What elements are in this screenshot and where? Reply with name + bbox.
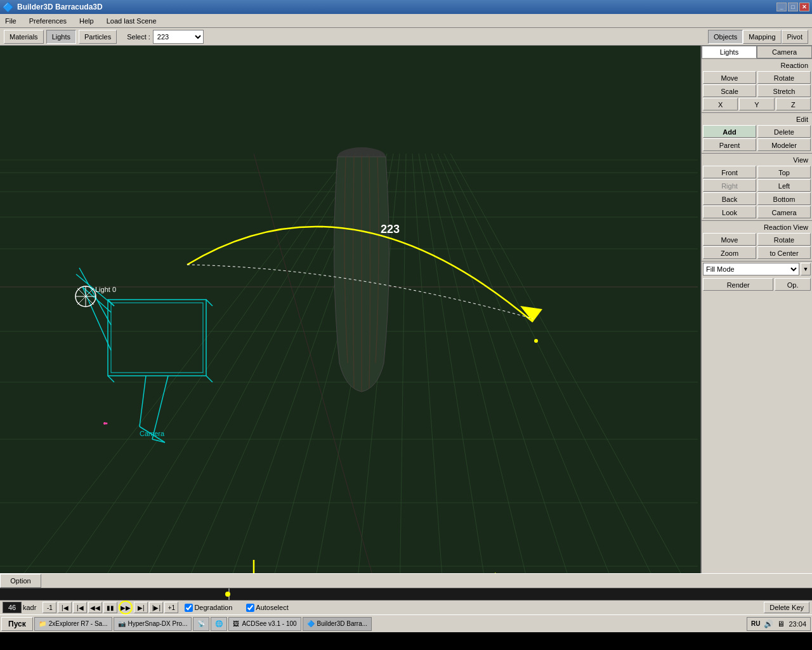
globe-icon: 🌐 — [215, 620, 223, 627]
app-title: Builder3D Barracuda3D — [17, 3, 103, 11]
camera-icon: 📷 — [118, 620, 126, 627]
look-btn[interactable]: Look — [703, 206, 756, 218]
rewind-btn[interactable]: ◀◀ — [88, 602, 102, 613]
timeline-track[interactable] — [0, 588, 812, 600]
titlebar-left: 🔷 Builder3D Barracuda3D — [3, 2, 103, 12]
menubar: File Preferences Help Load last Scene — [0, 14, 812, 28]
system-tray: RU 🔊 🖥 23:04 — [747, 617, 811, 631]
taskbar-acdsee-label: ACDSee v3.1 - 100 — [242, 620, 296, 627]
view-row-2: Right Left — [703, 179, 811, 192]
app-icon: 🔷 — [3, 2, 13, 12]
play-fwd-btn[interactable]: ▶▶ — [119, 600, 133, 614]
rv-rotate-btn[interactable]: Rotate — [757, 233, 811, 246]
reaction-scale-btn[interactable]: Scale — [703, 84, 756, 97]
titlebar-controls[interactable]: _ □ ✕ — [776, 3, 809, 11]
grid-svg: Camera Light 0 — [0, 46, 700, 608]
start-button[interactable]: Пуск — [1, 617, 33, 631]
objects-tab-top[interactable]: Objects — [708, 30, 743, 44]
clock: 23:04 — [789, 620, 806, 628]
view-row-1: Front Top — [703, 166, 811, 178]
top-btn[interactable]: Top — [757, 166, 811, 178]
degradation-check: Degradation — [185, 604, 232, 612]
next-frame-btn[interactable]: +1 — [164, 602, 178, 613]
bottom-area: Option 46 kadr -1 |◀ |◀ ◀◀ ▮▮ ▶▶ ▶| |▶| — [0, 573, 812, 632]
reaction-stretch-btn[interactable]: Stretch — [757, 84, 811, 97]
lights-button[interactable]: Lights — [46, 30, 76, 44]
builder-icon: 🔷 — [307, 620, 315, 627]
camera-subtab[interactable]: Camera — [757, 46, 812, 58]
op-btn[interactable]: Op. — [775, 278, 811, 291]
bottom-btn[interactable]: Bottom — [757, 192, 811, 205]
pivot-tab-top[interactable]: Pivot — [782, 30, 808, 44]
autoselect-check: Autoselect — [246, 604, 288, 612]
next-key-btn[interactable]: ▶| — [134, 602, 148, 613]
rss-icon: 📡 — [197, 620, 205, 627]
particles-button[interactable]: Particles — [79, 30, 117, 44]
render-btn[interactable]: Render — [703, 278, 773, 291]
reaction-move-btn[interactable]: Move — [703, 71, 756, 84]
parent-btn[interactable]: Parent — [703, 138, 756, 151]
pause-btn[interactable]: ▮▮ — [103, 602, 117, 613]
close-button[interactable]: ✕ — [799, 3, 809, 11]
degradation-checkbox[interactable] — [185, 604, 193, 612]
minimize-button[interactable]: _ — [776, 3, 787, 11]
menu-preferences[interactable]: Preferences — [27, 16, 69, 26]
back-btn[interactable]: Back — [703, 192, 756, 205]
edit-title: Edit — [703, 114, 811, 124]
reaction-z-btn[interactable]: Z — [776, 98, 811, 110]
autoselect-checkbox[interactable] — [246, 604, 254, 612]
right-btn[interactable]: Right — [703, 179, 756, 192]
reaction-row-1: Move Rotate — [703, 71, 811, 84]
rv-move-btn[interactable]: Move — [703, 233, 756, 246]
prev-key-btn[interactable]: |◀ — [73, 602, 87, 613]
svg-point-55 — [534, 339, 538, 343]
taskbar-acdsee[interactable]: 🖼 ACDSee v3.1 - 100 — [228, 617, 301, 631]
menu-file[interactable]: File — [3, 16, 19, 26]
rv-zoom-btn[interactable]: Zoom — [703, 246, 756, 259]
taskbar-builder3d-label: Builder3D Barra... — [317, 620, 367, 627]
reaction-rotate-btn[interactable]: Rotate — [757, 71, 811, 84]
reaction-section: Reaction Move Rotate Scale Stretch X Y Z — [702, 59, 812, 113]
menu-help[interactable]: Help — [77, 16, 96, 26]
taskbar-2xexplorer[interactable]: 📁 2xExplorer R7 - Sa... — [34, 617, 112, 631]
network-icon: 🖥 — [777, 620, 785, 628]
right-panel: Lights Camera Reaction Move Rotate Scale… — [701, 46, 812, 608]
image-icon: 🖼 — [233, 620, 239, 627]
viewport[interactable]: Camera Light 0 — [0, 46, 701, 608]
reaction-y-btn[interactable]: Y — [739, 98, 774, 110]
add-btn[interactable]: Add — [703, 125, 756, 138]
reaction-view-title: Reaction View — [703, 222, 811, 232]
select-dropdown[interactable]: 223 — [153, 30, 204, 44]
folder-icon: 📁 — [39, 620, 46, 627]
materials-button[interactable]: Materials — [4, 30, 44, 44]
fill-mode-dropdown-arrow[interactable]: ▼ — [801, 263, 811, 275]
modeler-btn[interactable]: Modeler — [757, 138, 811, 151]
svg-text:Camera: Camera — [140, 430, 165, 437]
rv-to-center-btn[interactable]: to Center — [757, 246, 811, 259]
maximize-button[interactable]: □ — [788, 3, 798, 11]
taskbar-hypersnap-label: HyperSnap-DX Pro... — [128, 620, 188, 627]
reaction-row-2: Scale Stretch — [703, 84, 811, 97]
delete-btn[interactable]: Delete — [757, 125, 811, 138]
timeline-controls: 46 kadr -1 |◀ |◀ ◀◀ ▮▮ ▶▶ ▶| |▶| +1 Degr… — [0, 600, 812, 614]
option-button[interactable]: Option — [0, 574, 41, 588]
front-btn[interactable]: Front — [703, 166, 756, 178]
frame-display: 46 kadr — [3, 602, 36, 613]
reaction-title: Reaction — [703, 60, 811, 70]
taskbar-globe[interactable]: 🌐 — [211, 617, 227, 631]
taskbar-builder3d[interactable]: 🔷 Builder3D Barra... — [303, 617, 372, 631]
reaction-x-btn[interactable]: X — [703, 98, 738, 110]
left-btn[interactable]: Left — [757, 179, 811, 192]
taskbar-rss[interactable]: 📡 — [193, 617, 209, 631]
prev-frame-btn[interactable]: -1 — [43, 602, 56, 613]
fill-mode-select[interactable]: Fill Mode Wireframe Solid — [703, 263, 799, 275]
camera-btn[interactable]: Camera — [757, 206, 811, 218]
mapping-tab-top[interactable]: Mapping — [743, 30, 781, 44]
menu-load-last-scene[interactable]: Load last Scene — [104, 16, 159, 26]
taskbar-hypersnap[interactable]: 📷 HyperSnap-DX Pro... — [114, 617, 192, 631]
delete-key-button[interactable]: Delete Key — [764, 602, 809, 613]
goto-end-btn[interactable]: |▶| — [149, 602, 163, 613]
lights-subtab[interactable]: Lights — [702, 46, 757, 58]
goto-start-btn[interactable]: |◀ — [58, 602, 72, 613]
frame-number-input[interactable]: 46 — [3, 602, 22, 613]
